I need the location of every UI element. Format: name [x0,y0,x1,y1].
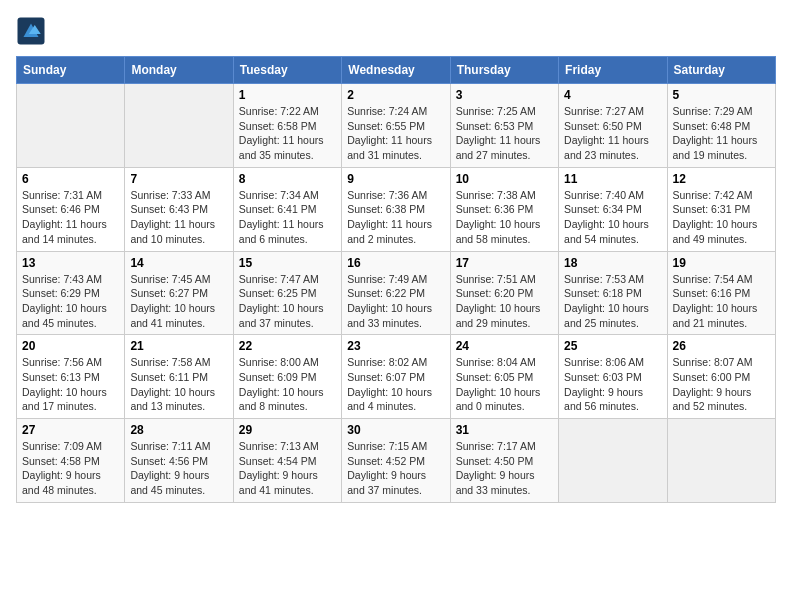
calendar-cell: 3Sunrise: 7:25 AM Sunset: 6:53 PM Daylig… [450,84,558,168]
day-number: 26 [673,339,770,353]
day-number: 16 [347,256,444,270]
calendar-body: 1Sunrise: 7:22 AM Sunset: 6:58 PM Daylig… [17,84,776,503]
calendar-cell [125,84,233,168]
day-detail: Sunrise: 8:06 AM Sunset: 6:03 PM Dayligh… [564,355,661,414]
day-detail: Sunrise: 7:15 AM Sunset: 4:52 PM Dayligh… [347,439,444,498]
day-number: 24 [456,339,553,353]
day-number: 10 [456,172,553,186]
day-number: 11 [564,172,661,186]
calendar-cell: 31Sunrise: 7:17 AM Sunset: 4:50 PM Dayli… [450,419,558,503]
day-detail: Sunrise: 7:13 AM Sunset: 4:54 PM Dayligh… [239,439,336,498]
calendar-cell: 26Sunrise: 8:07 AM Sunset: 6:00 PM Dayli… [667,335,775,419]
day-detail: Sunrise: 7:38 AM Sunset: 6:36 PM Dayligh… [456,188,553,247]
day-detail: Sunrise: 7:58 AM Sunset: 6:11 PM Dayligh… [130,355,227,414]
day-detail: Sunrise: 8:00 AM Sunset: 6:09 PM Dayligh… [239,355,336,414]
day-number: 18 [564,256,661,270]
day-number: 19 [673,256,770,270]
calendar-week-row: 6Sunrise: 7:31 AM Sunset: 6:46 PM Daylig… [17,167,776,251]
calendar-cell: 22Sunrise: 8:00 AM Sunset: 6:09 PM Dayli… [233,335,341,419]
page-header [16,16,776,46]
calendar-cell [667,419,775,503]
weekday-header: Thursday [450,57,558,84]
day-detail: Sunrise: 7:29 AM Sunset: 6:48 PM Dayligh… [673,104,770,163]
calendar-cell: 15Sunrise: 7:47 AM Sunset: 6:25 PM Dayli… [233,251,341,335]
weekday-header: Tuesday [233,57,341,84]
calendar-cell: 9Sunrise: 7:36 AM Sunset: 6:38 PM Daylig… [342,167,450,251]
day-number: 23 [347,339,444,353]
calendar-table: SundayMondayTuesdayWednesdayThursdayFrid… [16,56,776,503]
weekday-header: Friday [559,57,667,84]
logo [16,16,50,46]
logo-icon [16,16,46,46]
calendar-header: SundayMondayTuesdayWednesdayThursdayFrid… [17,57,776,84]
day-detail: Sunrise: 8:04 AM Sunset: 6:05 PM Dayligh… [456,355,553,414]
calendar-cell: 18Sunrise: 7:53 AM Sunset: 6:18 PM Dayli… [559,251,667,335]
day-detail: Sunrise: 7:17 AM Sunset: 4:50 PM Dayligh… [456,439,553,498]
day-number: 31 [456,423,553,437]
day-detail: Sunrise: 7:40 AM Sunset: 6:34 PM Dayligh… [564,188,661,247]
day-detail: Sunrise: 7:43 AM Sunset: 6:29 PM Dayligh… [22,272,119,331]
calendar-cell: 29Sunrise: 7:13 AM Sunset: 4:54 PM Dayli… [233,419,341,503]
calendar-cell: 11Sunrise: 7:40 AM Sunset: 6:34 PM Dayli… [559,167,667,251]
weekday-header: Saturday [667,57,775,84]
day-detail: Sunrise: 7:56 AM Sunset: 6:13 PM Dayligh… [22,355,119,414]
calendar-cell: 12Sunrise: 7:42 AM Sunset: 6:31 PM Dayli… [667,167,775,251]
calendar-cell: 2Sunrise: 7:24 AM Sunset: 6:55 PM Daylig… [342,84,450,168]
day-number: 7 [130,172,227,186]
calendar-week-row: 20Sunrise: 7:56 AM Sunset: 6:13 PM Dayli… [17,335,776,419]
day-detail: Sunrise: 7:51 AM Sunset: 6:20 PM Dayligh… [456,272,553,331]
day-number: 6 [22,172,119,186]
day-detail: Sunrise: 7:22 AM Sunset: 6:58 PM Dayligh… [239,104,336,163]
day-number: 12 [673,172,770,186]
calendar-week-row: 13Sunrise: 7:43 AM Sunset: 6:29 PM Dayli… [17,251,776,335]
day-number: 27 [22,423,119,437]
day-detail: Sunrise: 7:47 AM Sunset: 6:25 PM Dayligh… [239,272,336,331]
day-detail: Sunrise: 7:36 AM Sunset: 6:38 PM Dayligh… [347,188,444,247]
weekday-header: Monday [125,57,233,84]
calendar-cell: 17Sunrise: 7:51 AM Sunset: 6:20 PM Dayli… [450,251,558,335]
day-number: 4 [564,88,661,102]
day-number: 14 [130,256,227,270]
day-number: 1 [239,88,336,102]
calendar-cell [559,419,667,503]
calendar-week-row: 1Sunrise: 7:22 AM Sunset: 6:58 PM Daylig… [17,84,776,168]
day-number: 2 [347,88,444,102]
day-number: 25 [564,339,661,353]
day-detail: Sunrise: 7:33 AM Sunset: 6:43 PM Dayligh… [130,188,227,247]
calendar-cell: 14Sunrise: 7:45 AM Sunset: 6:27 PM Dayli… [125,251,233,335]
day-detail: Sunrise: 7:11 AM Sunset: 4:56 PM Dayligh… [130,439,227,498]
weekday-header: Sunday [17,57,125,84]
day-detail: Sunrise: 7:27 AM Sunset: 6:50 PM Dayligh… [564,104,661,163]
day-number: 30 [347,423,444,437]
weekday-header: Wednesday [342,57,450,84]
calendar-cell: 13Sunrise: 7:43 AM Sunset: 6:29 PM Dayli… [17,251,125,335]
header-row: SundayMondayTuesdayWednesdayThursdayFrid… [17,57,776,84]
day-detail: Sunrise: 7:34 AM Sunset: 6:41 PM Dayligh… [239,188,336,247]
day-detail: Sunrise: 7:53 AM Sunset: 6:18 PM Dayligh… [564,272,661,331]
day-detail: Sunrise: 7:24 AM Sunset: 6:55 PM Dayligh… [347,104,444,163]
calendar-cell: 7Sunrise: 7:33 AM Sunset: 6:43 PM Daylig… [125,167,233,251]
calendar-cell: 5Sunrise: 7:29 AM Sunset: 6:48 PM Daylig… [667,84,775,168]
calendar-cell: 8Sunrise: 7:34 AM Sunset: 6:41 PM Daylig… [233,167,341,251]
calendar-cell: 27Sunrise: 7:09 AM Sunset: 4:58 PM Dayli… [17,419,125,503]
day-detail: Sunrise: 8:02 AM Sunset: 6:07 PM Dayligh… [347,355,444,414]
calendar-cell: 10Sunrise: 7:38 AM Sunset: 6:36 PM Dayli… [450,167,558,251]
calendar-cell: 28Sunrise: 7:11 AM Sunset: 4:56 PM Dayli… [125,419,233,503]
day-detail: Sunrise: 7:25 AM Sunset: 6:53 PM Dayligh… [456,104,553,163]
calendar-cell: 19Sunrise: 7:54 AM Sunset: 6:16 PM Dayli… [667,251,775,335]
day-number: 21 [130,339,227,353]
day-number: 15 [239,256,336,270]
calendar-cell: 25Sunrise: 8:06 AM Sunset: 6:03 PM Dayli… [559,335,667,419]
day-number: 5 [673,88,770,102]
calendar-cell: 1Sunrise: 7:22 AM Sunset: 6:58 PM Daylig… [233,84,341,168]
calendar-cell: 4Sunrise: 7:27 AM Sunset: 6:50 PM Daylig… [559,84,667,168]
day-detail: Sunrise: 7:49 AM Sunset: 6:22 PM Dayligh… [347,272,444,331]
day-detail: Sunrise: 7:31 AM Sunset: 6:46 PM Dayligh… [22,188,119,247]
day-detail: Sunrise: 7:09 AM Sunset: 4:58 PM Dayligh… [22,439,119,498]
day-number: 20 [22,339,119,353]
day-detail: Sunrise: 7:45 AM Sunset: 6:27 PM Dayligh… [130,272,227,331]
day-number: 28 [130,423,227,437]
day-number: 8 [239,172,336,186]
day-number: 13 [22,256,119,270]
day-number: 9 [347,172,444,186]
